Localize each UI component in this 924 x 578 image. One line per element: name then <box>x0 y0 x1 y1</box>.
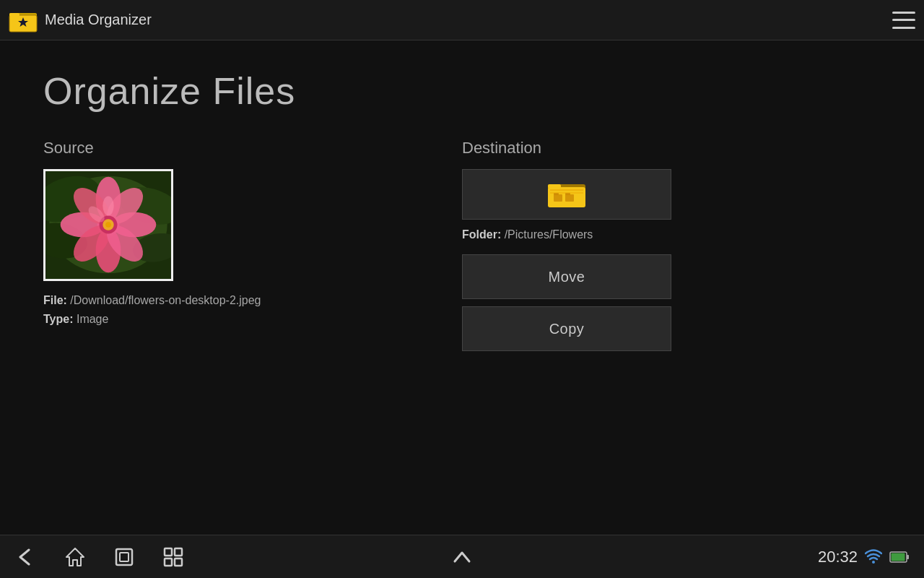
recent-apps-button[interactable] <box>113 545 136 569</box>
svg-rect-28 <box>550 189 583 191</box>
nav-left <box>14 545 313 569</box>
svg-rect-38 <box>175 548 182 556</box>
svg-rect-39 <box>165 558 172 566</box>
menu-icon[interactable] <box>892 12 915 29</box>
scroll-up-button[interactable] <box>450 545 474 569</box>
columns-container: Source <box>43 139 881 351</box>
source-column: Source <box>43 139 462 351</box>
file-info: File: /Download/flowers-on-desktop-2.jpe… <box>43 294 462 326</box>
top-bar: Media Organizer <box>0 0 924 40</box>
nav-center <box>313 545 611 569</box>
destination-label: Destination <box>462 139 881 158</box>
svg-rect-40 <box>175 558 182 566</box>
main-content: Organize Files Source <box>0 40 924 535</box>
wifi-icon <box>865 548 882 566</box>
file-path-value: /Download/flowers-on-desktop-2.jpeg <box>70 294 261 306</box>
file-path-line: File: /Download/flowers-on-desktop-2.jpe… <box>43 294 462 307</box>
folder-select-button[interactable] <box>462 169 671 220</box>
source-label: Source <box>43 139 462 158</box>
svg-rect-30 <box>554 194 562 202</box>
folder-label: Folder: <box>462 228 501 241</box>
folder-path-value: /Pictures/Flowers <box>505 228 593 241</box>
bottom-nav-bar: 20:32 <box>0 535 924 578</box>
copy-button-label: Copy <box>549 321 585 337</box>
destination-column: Destination <box>462 139 881 351</box>
screenshot-button[interactable] <box>162 545 185 569</box>
svg-point-22 <box>105 222 111 228</box>
svg-point-41 <box>872 561 875 564</box>
copy-button[interactable]: Copy <box>462 306 671 351</box>
svg-rect-4 <box>9 13 19 17</box>
svg-rect-32 <box>565 194 574 202</box>
home-button[interactable] <box>64 545 87 569</box>
svg-rect-31 <box>554 193 559 195</box>
type-label: Type: <box>43 313 73 325</box>
file-label: File: <box>43 294 67 306</box>
svg-rect-35 <box>116 549 132 565</box>
battery-icon <box>889 550 910 564</box>
svg-marker-34 <box>66 548 84 566</box>
folder-icon <box>548 178 585 210</box>
back-button[interactable] <box>14 545 38 569</box>
move-button-label: Move <box>549 269 585 285</box>
file-type-line: Type: Image <box>43 313 462 326</box>
nav-right: 20:32 <box>611 548 910 566</box>
clock: 20:32 <box>818 548 858 566</box>
app-icon <box>9 6 38 35</box>
source-image <box>43 169 173 281</box>
svg-rect-27 <box>548 184 561 189</box>
move-button[interactable]: Move <box>462 254 671 299</box>
svg-point-23 <box>103 197 113 216</box>
svg-rect-36 <box>120 553 128 561</box>
folder-path: Folder: /Pictures/Flowers <box>462 228 881 241</box>
svg-rect-44 <box>891 553 905 561</box>
page-title: Organize Files <box>43 69 881 113</box>
svg-rect-43 <box>907 555 909 559</box>
app-title: Media Organizer <box>45 12 892 28</box>
file-type-value: Image <box>77 313 108 325</box>
svg-rect-37 <box>165 548 172 556</box>
svg-rect-33 <box>565 193 570 195</box>
